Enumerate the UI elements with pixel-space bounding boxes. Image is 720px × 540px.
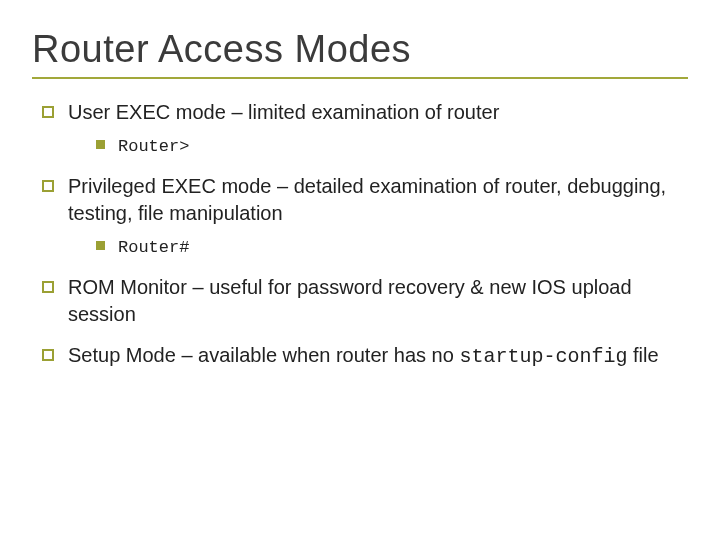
item-text-mono: startup-config [459,345,627,368]
filled-square-bullet-icon [96,140,105,149]
item-text: User EXEC mode – limited examination of … [68,101,499,123]
sub-list-item: Router> [96,134,684,159]
page-title: Router Access Modes [32,28,688,71]
title-rule [32,77,688,79]
sub-list-item: Router# [96,235,684,260]
item-text-prefix: Setup Mode – available when router has n… [68,344,459,366]
item-text: ROM Monitor – useful for password recove… [68,276,632,325]
list-item: ROM Monitor – useful for password recove… [40,274,684,328]
top-list: User EXEC mode – limited examination of … [32,99,688,370]
sub-list: Router# [68,235,684,260]
square-bullet-icon [42,281,54,293]
sub-list: Router> [68,134,684,159]
list-item: Setup Mode – available when router has n… [40,342,684,370]
filled-square-bullet-icon [96,241,105,250]
square-bullet-icon [42,349,54,361]
sub-item-text: Router> [118,137,189,156]
square-bullet-icon [42,180,54,192]
list-item: User EXEC mode – limited examination of … [40,99,684,159]
item-text: Privileged EXEC mode – detailed examinat… [68,175,666,224]
sub-item-text: Router# [118,238,189,257]
list-item: Privileged EXEC mode – detailed examinat… [40,173,684,260]
square-bullet-icon [42,106,54,118]
item-text-suffix: file [627,344,658,366]
slide: Router Access Modes User EXEC mode – lim… [0,0,720,540]
